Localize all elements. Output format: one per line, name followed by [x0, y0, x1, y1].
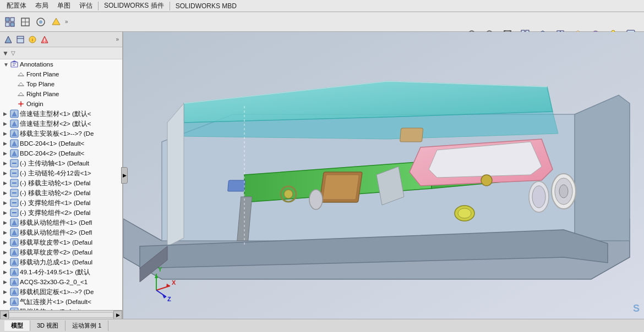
label-comp19: 移载机固定板<1>-->? (De: [20, 288, 94, 296]
menu-sw-mbd[interactable]: SOLIDWORKS MBD: [171, 1, 241, 11]
front-plane-label: Front Plane: [26, 71, 59, 78]
icon-comp1: [10, 109, 19, 118]
tree-item-comp14[interactable]: ▶ 移载草纹皮带<1> (Defaul: [0, 237, 122, 247]
tree-item-right-plane[interactable]: Right Plane: [0, 89, 122, 99]
label-comp9: (-) 移载主动轮<2> (Defal: [20, 189, 90, 197]
tree-item-comp8[interactable]: ▶ (-) 移载主动轮<1> (Defal: [0, 178, 122, 188]
tree-item-comp19[interactable]: ▶ 移载机固定板<1>-->? (De: [0, 287, 122, 297]
tree-item-comp12[interactable]: ▶ 移载从动轮组件<1> (Defl: [0, 218, 122, 228]
toggle-comp5[interactable]: ▶: [3, 151, 10, 156]
toolbar-btn-3[interactable]: [33, 14, 48, 30]
sw-logo: S: [633, 303, 640, 314]
toggle-comp14[interactable]: ▶: [3, 240, 10, 245]
menu-divider-2: [170, 2, 170, 10]
toolbar-btn-1[interactable]: [2, 14, 18, 30]
label-comp18: ACQS-32x30-G-2_0_<1: [20, 279, 88, 285]
tree-item-origin[interactable]: Origin: [0, 99, 122, 109]
label-comp14: 移载草纹皮带<1> (Defaul: [20, 239, 92, 247]
toggle-comp16[interactable]: ▶: [3, 259, 10, 265]
toolbar-btn-2[interactable]: [18, 14, 33, 30]
panel-toolbar-4[interactable]: [39, 34, 51, 46]
panel-expand-arrow[interactable]: »: [114, 35, 120, 43]
tree-item-comp1[interactable]: ▶ 倍速链主型材<1> (默认<: [0, 109, 122, 119]
viewport[interactable]: X Y Z S: [123, 32, 644, 319]
left-panel-scrollbar[interactable]: ◀ ▶: [0, 310, 122, 319]
tree-item-comp10[interactable]: ▶ (-) 支撑轮组件<1> (Defal: [0, 198, 122, 208]
toggle-comp11[interactable]: ▶: [3, 210, 10, 215]
icon-comp8: [10, 179, 19, 187]
toggle-comp19[interactable]: ▶: [3, 289, 10, 295]
svg-point-121: [481, 175, 492, 186]
left-panel: i » ▼ ▽ ▼ Annotations: [0, 32, 123, 319]
scroll-left[interactable]: ◀: [0, 311, 9, 319]
menu-evaluate[interactable]: 评估: [75, 0, 97, 12]
icon-comp17: [10, 268, 19, 276]
tree-item-comp13[interactable]: ▶ 移载从动轮组件<2> (Defl: [0, 228, 122, 237]
svg-rect-125: [400, 128, 423, 142]
tree-item-top-plane[interactable]: Top Plane: [0, 79, 122, 89]
toggle-comp4[interactable]: ▶: [3, 141, 10, 146]
panel-resize-handle[interactable]: ▶: [121, 167, 128, 184]
status-tab-3dview[interactable]: 3D 视图: [30, 320, 66, 331]
menu-layout[interactable]: 布局: [31, 0, 53, 12]
toggle-comp17[interactable]: ▶: [3, 269, 10, 275]
toggle-comp1[interactable]: ▶: [3, 111, 10, 117]
model-viewport-svg: X Y Z: [123, 32, 644, 319]
tree-item-comp3[interactable]: ▶ 移载主安装板<1>-->? (De: [0, 129, 122, 139]
tree-item-annotations[interactable]: ▼ Annotations: [0, 59, 122, 69]
tree-item-comp18[interactable]: ▶ ACQS-32x30-G-2_0_<1: [0, 277, 122, 287]
tree-item-comp5[interactable]: ▶ BDC-204<2> (Default<: [0, 148, 122, 158]
icon-comp18: [10, 278, 19, 286]
tree-item-front-plane[interactable]: Front Plane: [0, 69, 122, 79]
tree-item-comp4[interactable]: ▶ BDC-204<1> (Default<: [0, 139, 122, 148]
tree-item-comp11[interactable]: ▶ (-) 支撑轮组件<2> (Defal: [0, 208, 122, 218]
toolbar-btn-4[interactable]: [48, 14, 64, 30]
svg-rect-33: [17, 36, 24, 43]
toggle-comp18[interactable]: ▶: [3, 279, 10, 285]
icon-comp5: [10, 149, 19, 158]
menu-sw-plugin[interactable]: SOLIDWORKS 插件: [100, 0, 168, 12]
icon-comp19: [10, 287, 19, 296]
icon-comp15: [10, 248, 19, 257]
tree-item-comp16[interactable]: ▶ 移载动力总成<1> (Defaul: [0, 257, 122, 267]
svg-marker-43: [11, 60, 18, 62]
panel-toolbar-2[interactable]: [14, 34, 26, 46]
scroll-right[interactable]: ▶: [113, 311, 122, 319]
panel-toolbar-1[interactable]: [2, 34, 14, 46]
icon-comp4: [10, 139, 19, 148]
annotations-icon: [10, 60, 19, 69]
tree-item-comp9[interactable]: ▶ (-) 移载主动轮<2> (Defal: [0, 188, 122, 198]
svg-rect-3: [10, 23, 14, 26]
tree-item-comp15[interactable]: ▶ 移载草纹皮带<2> (Defaul: [0, 247, 122, 257]
tree-item-comp6[interactable]: ▶ (-) 主传动轴<1> (Default: [0, 158, 122, 168]
label-comp6: (-) 主传动轴<1> (Default: [20, 159, 89, 168]
tree-item-comp20[interactable]: ▶ 气缸连接片<1> (Default<: [0, 297, 122, 307]
label-comp15: 移载草纹皮带<2> (Defaul: [20, 248, 92, 257]
toggle-comp9[interactable]: ▶: [3, 190, 10, 196]
menu-single[interactable]: 单图: [53, 0, 75, 12]
toggle-comp12[interactable]: ▶: [3, 220, 10, 225]
scroll-track[interactable]: [9, 312, 113, 318]
toggle-comp6[interactable]: ▶: [3, 161, 10, 166]
toggle-annotations[interactable]: ▼: [3, 62, 10, 68]
toggle-comp8[interactable]: ▶: [3, 180, 10, 186]
status-tab-model[interactable]: 模型: [4, 320, 30, 331]
toggle-comp3[interactable]: ▶: [3, 131, 10, 136]
feature-tree[interactable]: ▼ Annotations Front Plane: [0, 59, 122, 310]
tree-item-comp2[interactable]: ▶ 倍速链主型材<2> (默认<: [0, 119, 122, 129]
toggle-comp13[interactable]: ▶: [3, 230, 10, 235]
tree-item-comp17[interactable]: ▶ 49.1-4分-149.5<1> (默认: [0, 267, 122, 277]
toggle-comp10[interactable]: ▶: [3, 200, 10, 206]
tree-item-comp7[interactable]: ▶ (-) 主动链轮-4分12齿<1>: [0, 168, 122, 178]
label-comp17: 49.1-4分-149.5<1> (默认: [20, 268, 90, 276]
toolbar-expand[interactable]: »: [64, 18, 69, 26]
menu-config[interactable]: 配置体: [2, 0, 31, 12]
svg-rect-2: [6, 23, 9, 26]
toggle-comp15[interactable]: ▶: [3, 250, 10, 255]
panel-toolbar-3[interactable]: i: [26, 34, 39, 46]
toggle-comp7[interactable]: ▶: [3, 170, 10, 176]
toggle-comp20[interactable]: ▶: [3, 299, 10, 305]
status-tab-motion[interactable]: 运动算例 1: [66, 320, 108, 331]
right-plane-label: Right Plane: [26, 91, 59, 97]
toggle-comp2[interactable]: ▶: [3, 121, 10, 126]
